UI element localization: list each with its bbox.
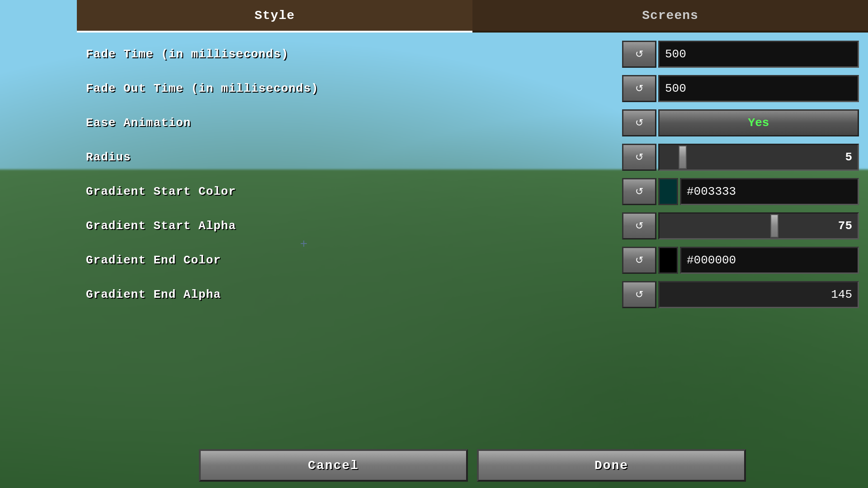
reset-fade-time-button[interactable]: ↺ bbox=[622, 41, 656, 68]
label-gradient-start-color: Gradient Start Color bbox=[86, 185, 622, 198]
slider-value-radius: 5 bbox=[845, 150, 852, 164]
reset-gradient-end-alpha-button[interactable]: ↺ bbox=[622, 281, 656, 308]
setting-row-gradient-start-color: Gradient Start Color ↺ bbox=[77, 174, 868, 209]
controls-ease-animation: ↺ Yes bbox=[622, 109, 859, 136]
label-radius: Radius bbox=[86, 150, 622, 164]
bottom-bar: Cancel Done bbox=[77, 443, 868, 488]
label-gradient-end-color: Gradient End Color bbox=[86, 253, 622, 267]
reset-radius-button[interactable]: ↺ bbox=[622, 144, 656, 171]
settings-list: Fade Time (in milliseconds) ↺ Fade Out T… bbox=[77, 33, 868, 398]
color-swatch-gradient-end[interactable] bbox=[658, 247, 678, 274]
setting-row-radius: Radius ↺ 5 bbox=[77, 140, 868, 174]
controls-gradient-start-color: ↺ bbox=[622, 178, 859, 205]
tab-bar: Style Screens bbox=[77, 0, 868, 33]
controls-gradient-end-alpha: ↺ bbox=[622, 281, 859, 308]
reset-fade-out-time-button[interactable]: ↺ bbox=[622, 75, 656, 102]
setting-row-gradient-end-color: Gradient End Color ↺ bbox=[77, 243, 868, 277]
label-fade-out-time: Fade Out Time (in milliseconds) bbox=[86, 82, 622, 95]
controls-fade-out-time: ↺ bbox=[622, 75, 859, 102]
input-fade-time[interactable] bbox=[658, 41, 859, 68]
toggle-value-ease-animation: Yes bbox=[748, 116, 769, 130]
setting-row-gradient-start-alpha: Gradient Start Alpha ↺ 75 bbox=[77, 209, 868, 243]
done-button[interactable]: Done bbox=[477, 449, 746, 482]
controls-radius: ↺ 5 bbox=[622, 144, 859, 171]
content-area: Fade Time (in milliseconds) ↺ Fade Out T… bbox=[77, 33, 868, 443]
color-swatch-gradient-start[interactable] bbox=[658, 178, 678, 205]
toggle-ease-animation[interactable]: Yes bbox=[658, 109, 859, 136]
slider-thumb-radius bbox=[679, 145, 687, 169]
controls-gradient-start-alpha: ↺ 75 bbox=[622, 212, 859, 239]
settings-dialog: Style Screens Fade Time (in milliseconds… bbox=[77, 0, 868, 488]
label-fade-time: Fade Time (in milliseconds) bbox=[86, 47, 622, 61]
label-gradient-start-alpha: Gradient Start Alpha bbox=[86, 219, 622, 233]
slider-radius[interactable]: 5 bbox=[658, 144, 859, 171]
slider-value-gradient-start-alpha: 75 bbox=[838, 219, 852, 233]
input-gradient-end-alpha[interactable] bbox=[658, 281, 859, 308]
tab-screens[interactable]: Screens bbox=[472, 0, 868, 31]
slider-thumb-gradient-start-alpha bbox=[770, 214, 778, 238]
label-gradient-end-alpha: Gradient End Alpha bbox=[86, 288, 622, 301]
controls-fade-time: ↺ bbox=[622, 41, 859, 68]
reset-gradient-start-color-button[interactable]: ↺ bbox=[622, 178, 656, 205]
label-ease-animation: Ease Animation bbox=[86, 116, 622, 130]
reset-gradient-end-color-button[interactable]: ↺ bbox=[622, 247, 656, 274]
setting-row-gradient-end-alpha: Gradient End Alpha ↺ bbox=[77, 277, 868, 312]
tab-style[interactable]: Style bbox=[77, 0, 472, 31]
cancel-button[interactable]: Cancel bbox=[199, 449, 468, 482]
reset-ease-animation-button[interactable]: ↺ bbox=[622, 109, 656, 136]
setting-row-ease-animation: Ease Animation ↺ Yes bbox=[77, 106, 868, 140]
slider-gradient-start-alpha[interactable]: 75 bbox=[658, 212, 859, 239]
input-gradient-start-color[interactable] bbox=[680, 178, 859, 205]
setting-row-fade-out-time: Fade Out Time (in milliseconds) ↺ bbox=[77, 71, 868, 106]
input-fade-out-time[interactable] bbox=[658, 75, 859, 102]
controls-gradient-end-color: ↺ bbox=[622, 247, 859, 274]
reset-gradient-start-alpha-button[interactable]: ↺ bbox=[622, 212, 656, 239]
setting-row-fade-time: Fade Time (in milliseconds) ↺ bbox=[77, 37, 868, 71]
input-gradient-end-color[interactable] bbox=[680, 247, 859, 274]
